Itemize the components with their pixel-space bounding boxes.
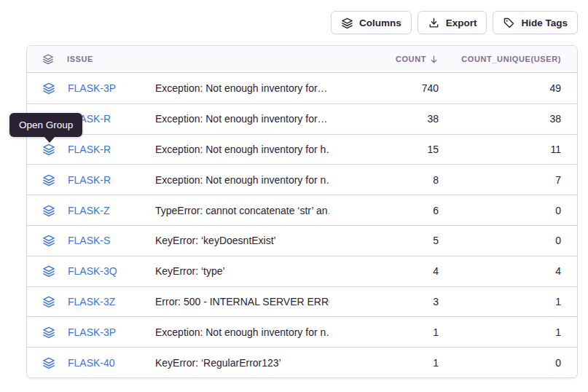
count-unique-value: 7: [439, 174, 577, 186]
count-value: 8: [329, 174, 439, 186]
count-value: 3: [329, 296, 439, 307]
issue-link[interactable]: FLASK-Z: [68, 205, 110, 216]
count-unique-value: 11: [439, 144, 577, 155]
open-group-stack-icon[interactable]: [42, 264, 55, 278]
issue-title: Exception: Not enough inventory for n…: [155, 174, 329, 186]
columns-button-label: Columns: [359, 17, 401, 28]
issue-title: TypeError: cannot concatenate ‘str’ an…: [155, 205, 329, 216]
count-unique-value: 1: [439, 296, 577, 307]
table-row: FLASK-Z TypeError: cannot concatenate ‘s…: [27, 195, 577, 225]
table-row: FLASK-R Exception: Not enough inventory …: [27, 164, 577, 195]
issue-link[interactable]: FLASK-R: [68, 174, 111, 186]
discover-results-screen: Columns Export Hide Tags ISSUE C: [0, 0, 588, 392]
issue-cell: FLASK-R: [27, 173, 155, 187]
open-group-stack-icon[interactable]: [42, 82, 55, 95]
open-group-stack-icon[interactable]: [42, 356, 55, 369]
export-button[interactable]: Export: [418, 11, 487, 34]
results-table: ISSUE COUNT COUNT_UNIQUE(USER) FLASK-3P …: [26, 45, 578, 378]
issue-cell: FLASK-3Q: [27, 264, 155, 278]
issue-cell: FLASK-40: [27, 356, 155, 369]
table-row: FLASK-R Exception: Not enough inventory …: [27, 134, 577, 165]
issue-link[interactable]: FLASK-40: [68, 357, 115, 369]
issue-title: Exception: Not enough inventory for…: [155, 113, 329, 125]
arrow-down-icon: [429, 55, 439, 64]
stack-icon: [42, 53, 54, 65]
open-group-stack-icon[interactable]: [42, 143, 55, 156]
count-unique-value: 38: [439, 113, 577, 125]
header-count-unique-label: COUNT_UNIQUE(USER): [461, 55, 561, 63]
open-group-stack-icon[interactable]: [42, 326, 55, 339]
issue-title: KeyError: ‘keyDoesntExist’: [155, 235, 329, 246]
open-group-stack-icon[interactable]: [42, 295, 55, 308]
table-body: FLASK-3P Exception: Not enough inventory…: [27, 73, 577, 377]
header-count-unique[interactable]: COUNT_UNIQUE(USER): [439, 55, 577, 63]
hide-tags-button-label: Hide Tags: [521, 17, 568, 28]
count-value: 6: [329, 205, 439, 216]
count-unique-value: 0: [439, 235, 577, 246]
issue-link[interactable]: FLASK-3P: [68, 326, 116, 338]
count-unique-value: 4: [439, 265, 577, 277]
header-issue-label: ISSUE: [67, 55, 93, 63]
issue-title: Exception: Not enough inventory for n…: [155, 326, 329, 338]
issue-title: Exception: Not enough inventory for h…: [155, 144, 329, 155]
issue-cell: FLASK-R: [27, 143, 155, 156]
hide-tags-button[interactable]: Hide Tags: [493, 11, 578, 34]
tag-icon: [503, 17, 515, 29]
count-unique-value: 0: [439, 205, 577, 216]
count-unique-value: 49: [439, 82, 577, 94]
open-group-stack-icon[interactable]: [42, 173, 55, 187]
count-unique-value: 0: [439, 357, 577, 369]
issue-link[interactable]: FLASK-3Z: [68, 296, 115, 307]
issue-cell: FLASK-3P: [27, 82, 155, 95]
count-value: 1: [329, 326, 439, 338]
issue-title: Exception: Not enough inventory for…: [155, 82, 329, 94]
issue-cell: FLASK-3Z: [27, 295, 155, 308]
count-value: 4: [329, 265, 439, 277]
count-value: 15: [329, 144, 439, 155]
issue-title: KeyError: ‘RegularError123’: [155, 357, 329, 369]
issue-title: Error: 500 - INTERNAL SERVER ERROR: [155, 296, 329, 307]
open-group-stack-icon[interactable]: [42, 204, 55, 217]
header-count[interactable]: COUNT: [329, 55, 439, 64]
count-value: 740: [329, 82, 439, 94]
export-button-label: Export: [446, 17, 477, 28]
issue-link[interactable]: FLASK-3Q: [68, 265, 117, 277]
issue-title: KeyError: ‘type’: [155, 265, 329, 277]
issue-link[interactable]: FLASK-3P: [68, 82, 116, 94]
open-group-tooltip: Open Group: [9, 113, 82, 137]
stack-icon: [341, 17, 353, 29]
table-row: FLASK-3P Exception: Not enough inventory…: [27, 73, 577, 103]
table-row: FLASK-R Exception: Not enough inventory …: [27, 103, 577, 134]
download-icon: [428, 17, 440, 29]
table-row: FLASK-3P Exception: Not enough inventory…: [27, 316, 577, 347]
table-row: FLASK-S KeyError: ‘keyDoesntExist’ 5 0: [27, 225, 577, 256]
header-issue[interactable]: ISSUE: [27, 53, 155, 65]
tooltip-text: Open Group: [19, 119, 73, 130]
table-row: FLASK-3Q KeyError: ‘type’ 4 4: [27, 256, 577, 286]
open-group-stack-icon[interactable]: [42, 234, 55, 247]
table-row: FLASK-40 KeyError: ‘RegularError123’ 1 0: [27, 347, 577, 377]
table-toolbar: Columns Export Hide Tags: [331, 11, 578, 34]
table-header-row: ISSUE COUNT COUNT_UNIQUE(USER): [27, 46, 577, 73]
issue-link[interactable]: FLASK-S: [68, 235, 110, 246]
issue-cell: FLASK-3P: [27, 326, 155, 339]
header-count-label: COUNT: [396, 55, 426, 63]
count-unique-value: 1: [439, 326, 577, 338]
count-value: 1: [329, 357, 439, 369]
issue-cell: FLASK-Z: [27, 204, 155, 217]
table-row: FLASK-3Z Error: 500 - INTERNAL SERVER ER…: [27, 286, 577, 317]
tooltip-caret: [44, 137, 55, 143]
count-value: 38: [329, 113, 439, 125]
count-value: 5: [329, 235, 439, 246]
issue-link[interactable]: FLASK-R: [68, 144, 111, 155]
columns-button[interactable]: Columns: [331, 11, 412, 34]
issue-cell: FLASK-S: [27, 234, 155, 247]
